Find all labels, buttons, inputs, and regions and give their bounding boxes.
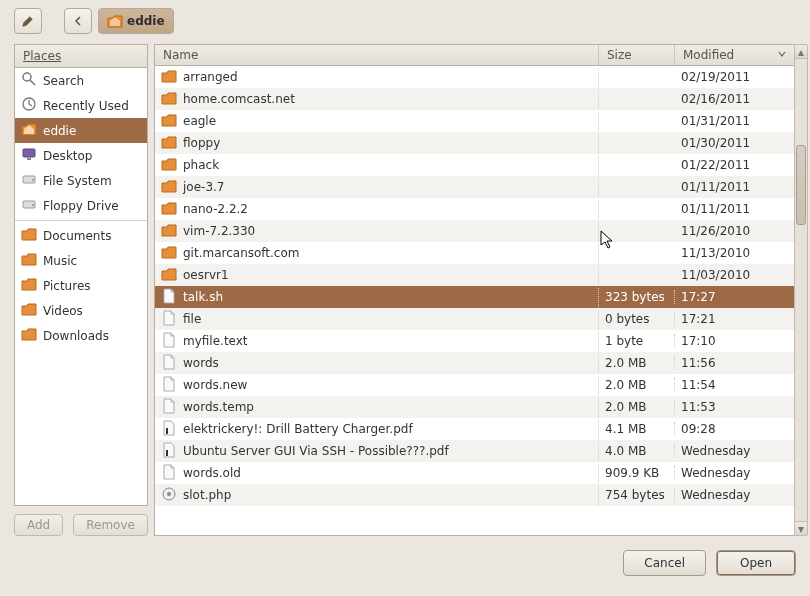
file-row[interactable]: nano-2.2.201/11/2011 (155, 198, 795, 220)
file-list: arranged02/19/2011home.comcast.net02/16/… (154, 66, 796, 536)
file-row[interactable]: floppy01/30/2011 (155, 132, 795, 154)
bottom-bar: Cancel Open (0, 536, 810, 590)
file-icon (161, 442, 177, 461)
file-modified: 02/19/2011 (675, 70, 795, 84)
file-row[interactable]: elektrickery!: Drill Battery Charger.pdf… (155, 418, 795, 440)
file-modified: 01/30/2011 (675, 136, 795, 150)
edit-path-button[interactable] (14, 8, 42, 34)
sidebar-item-videos[interactable]: Videos (15, 298, 147, 323)
file-row[interactable]: Ubuntu Server GUI Via SSH - Possible???.… (155, 440, 795, 462)
path-segment-current[interactable]: eddie (98, 8, 174, 34)
file-row[interactable]: myfile.text1 byte17:10 (155, 330, 795, 352)
file-row[interactable]: oesrvr111/03/2010 (155, 264, 795, 286)
sidebar-item-documents[interactable]: Documents (15, 223, 147, 248)
file-modified: 11:54 (675, 378, 795, 392)
file-row[interactable]: talk.sh323 bytes17:27 (155, 286, 795, 308)
file-name: git.marcansoft.com (183, 246, 300, 260)
sidebar-item-floppy-drive[interactable]: Floppy Drive (15, 193, 147, 218)
sidebar-item-label: Floppy Drive (43, 199, 119, 213)
column-header-modified[interactable]: Modified (675, 45, 795, 65)
file-row[interactable]: vim-7.2.33011/26/2010 (155, 220, 795, 242)
sidebar-item-downloads[interactable]: Downloads (15, 323, 147, 348)
file-row[interactable]: words.old909.9 KBWednesday (155, 462, 795, 484)
scroll-up-icon[interactable]: ▴ (795, 45, 807, 59)
folder-icon (161, 68, 177, 87)
sidebar-separator (15, 220, 147, 221)
sidebar-item-search[interactable]: Search (15, 68, 147, 93)
sidebar-item-label: Documents (43, 229, 111, 243)
file-name: Ubuntu Server GUI Via SSH - Possible???.… (183, 444, 449, 458)
sidebar-item-label: Search (43, 74, 84, 88)
remove-place-button[interactable]: Remove (73, 514, 148, 536)
main-area: Places SearchRecently UsededdieDesktopFi… (0, 44, 810, 536)
file-size: 1 byte (599, 334, 675, 348)
file-modified: 11:56 (675, 356, 795, 370)
cancel-button[interactable]: Cancel (623, 550, 706, 576)
file-modified: 11:53 (675, 400, 795, 414)
file-modified: 01/22/2011 (675, 158, 795, 172)
sidebar-item-eddie[interactable]: eddie (15, 118, 147, 143)
sidebar-header[interactable]: Places (14, 44, 148, 68)
file-icon (161, 332, 177, 351)
file-modified: 01/11/2011 (675, 180, 795, 194)
file-modified: 11/13/2010 (675, 246, 795, 260)
column-header-name[interactable]: Name (155, 45, 599, 65)
sidebar-item-recently-used[interactable]: Recently Used (15, 93, 147, 118)
file-row[interactable]: file0 bytes17:21 (155, 308, 795, 330)
scroll-down-icon[interactable]: ▾ (795, 521, 807, 535)
svg-line-1 (30, 80, 35, 85)
path-back-button[interactable] (64, 8, 92, 34)
file-modified: 01/11/2011 (675, 202, 795, 216)
sidebar-item-label: Desktop (43, 149, 93, 163)
drive-icon (21, 171, 37, 190)
folder-icon (21, 251, 37, 270)
sidebar-item-label: Music (43, 254, 77, 268)
file-row[interactable]: words.new2.0 MB11:54 (155, 374, 795, 396)
file-row[interactable]: slot.php754 bytesWednesday (155, 484, 795, 506)
file-row[interactable]: eagle01/31/2011 (155, 110, 795, 132)
sidebar-item-file-system[interactable]: File System (15, 168, 147, 193)
file-row[interactable]: home.comcast.net02/16/2011 (155, 88, 795, 110)
file-name: words.temp (183, 400, 254, 414)
file-size: 2.0 MB (599, 378, 675, 392)
file-icon (161, 354, 177, 373)
file-size: 754 bytes (599, 488, 675, 502)
folder-icon (161, 222, 177, 241)
file-row[interactable]: words2.0 MB11:56 (155, 352, 795, 374)
sidebar-item-desktop[interactable]: Desktop (15, 143, 147, 168)
svg-rect-4 (27, 158, 31, 160)
recent-icon (21, 96, 37, 115)
file-row[interactable]: phack01/22/2011 (155, 154, 795, 176)
file-name: oesrvr1 (183, 268, 229, 282)
file-row[interactable]: joe-3.701/11/2011 (155, 176, 795, 198)
file-modified: 11/26/2010 (675, 224, 795, 238)
svg-rect-10 (166, 450, 168, 456)
file-modified: 11/03/2010 (675, 268, 795, 282)
file-name: floppy (183, 136, 220, 150)
file-icon (161, 376, 177, 395)
file-size: 4.1 MB (599, 422, 675, 436)
file-name: words.old (183, 466, 241, 480)
sort-indicator-icon (777, 48, 787, 62)
folder-icon (161, 134, 177, 153)
file-name: file (183, 312, 201, 326)
file-row[interactable]: words.temp2.0 MB11:53 (155, 396, 795, 418)
folder-icon (161, 112, 177, 131)
file-size: 2.0 MB (599, 356, 675, 370)
sidebar-item-label: File System (43, 174, 112, 188)
sidebar-item-label: Downloads (43, 329, 109, 343)
file-size: 0 bytes (599, 312, 675, 326)
file-panel: Name Size Modified arranged02/19/2011hom… (154, 44, 796, 536)
sidebar-item-pictures[interactable]: Pictures (15, 273, 147, 298)
open-button[interactable]: Open (716, 550, 796, 576)
add-place-button[interactable]: Add (14, 514, 63, 536)
scrollbar-thumb[interactable] (796, 145, 806, 225)
sidebar-item-label: Videos (43, 304, 83, 318)
sidebar-item-music[interactable]: Music (15, 248, 147, 273)
file-row[interactable]: arranged02/19/2011 (155, 66, 795, 88)
file-row[interactable]: git.marcansoft.com11/13/2010 (155, 242, 795, 264)
scrollbar[interactable]: ▴ ▾ (794, 44, 808, 536)
folder-icon (161, 266, 177, 285)
column-header-size[interactable]: Size (599, 45, 675, 65)
file-icon (161, 288, 177, 307)
